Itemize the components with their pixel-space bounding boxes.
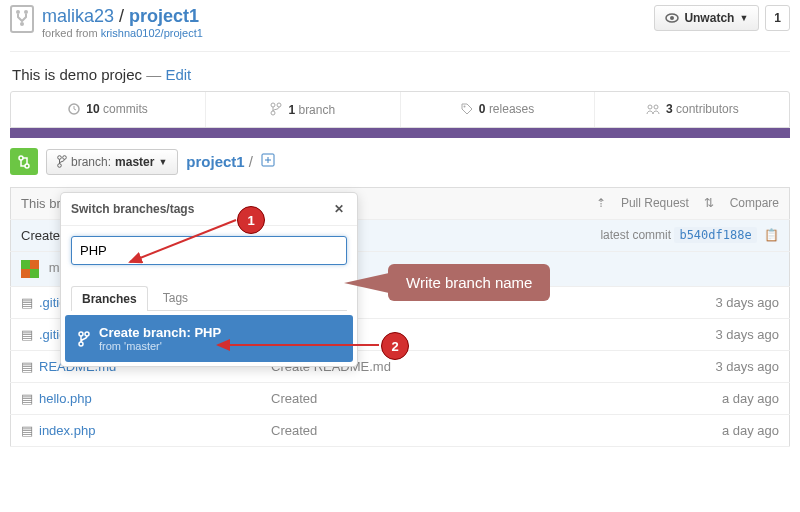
svg-point-19 xyxy=(79,332,83,336)
popover-title: Switch branches/tags xyxy=(71,202,194,216)
svg-point-14 xyxy=(25,164,29,168)
svg-point-7 xyxy=(271,103,275,107)
repo-title: malika23 / project1 xyxy=(42,5,203,27)
file-age: 3 days ago xyxy=(591,351,789,383)
svg-point-8 xyxy=(277,103,281,107)
contributors-stat[interactable]: 3 contributors xyxy=(595,92,789,127)
commits-stat[interactable]: 10 commits xyxy=(11,92,206,127)
svg-point-9 xyxy=(271,111,275,115)
watch-count[interactable]: 1 xyxy=(765,5,790,31)
branch-switcher-popover: Switch branches/tags ✕ Branches Tags Cre… xyxy=(60,192,358,367)
svg-point-1 xyxy=(16,10,20,14)
branch-search-input[interactable] xyxy=(71,236,347,265)
create-branch-button[interactable]: Create branch: PHP from 'master' xyxy=(65,315,353,362)
file-link[interactable]: hello.php xyxy=(39,391,92,406)
table-row: ▤hello.phpCreateda day ago xyxy=(11,383,790,415)
file-link[interactable]: index.php xyxy=(39,423,95,438)
file-icon: ▤ xyxy=(21,423,33,438)
fork-source-link[interactable]: krishna0102/project1 xyxy=(101,27,203,39)
file-age: a day ago xyxy=(591,383,789,415)
repo-stats-bar: 10 commits 1 branch 0 releases 3 contrib… xyxy=(10,91,790,128)
file-icon: ▤ xyxy=(21,295,33,310)
svg-point-15 xyxy=(58,156,62,160)
path-root-link[interactable]: project1 xyxy=(186,153,244,170)
branch-icon xyxy=(57,155,67,168)
commit-message[interactable]: Created xyxy=(261,383,591,415)
table-row: ▤index.phpCreateda day ago xyxy=(11,415,790,447)
releases-stat[interactable]: 0 releases xyxy=(401,92,596,127)
tab-branches[interactable]: Branches xyxy=(71,286,148,311)
file-age: a day ago xyxy=(591,415,789,447)
tag-icon xyxy=(461,103,473,115)
svg-point-16 xyxy=(63,156,67,160)
avatar[interactable] xyxy=(21,260,39,278)
file-age: 3 days ago xyxy=(591,319,789,351)
close-icon[interactable]: ✕ xyxy=(331,201,347,217)
eye-icon xyxy=(665,13,679,23)
branches-stat[interactable]: 1 branch xyxy=(206,92,401,127)
svg-point-20 xyxy=(85,332,89,336)
file-icon: ▤ xyxy=(21,391,33,406)
repo-fork-logo xyxy=(10,5,34,33)
edit-description-link[interactable]: Edit xyxy=(165,66,191,83)
svg-rect-0 xyxy=(11,6,33,32)
unwatch-button[interactable]: Unwatch ▼ xyxy=(654,5,759,31)
compare-button[interactable] xyxy=(10,148,38,175)
svg-point-12 xyxy=(654,105,658,109)
owner-link[interactable]: malika23 xyxy=(42,6,114,26)
svg-point-2 xyxy=(24,10,28,14)
svg-point-13 xyxy=(19,156,23,160)
compare-icon xyxy=(17,154,31,170)
svg-point-17 xyxy=(58,164,62,168)
create-file-button[interactable] xyxy=(261,153,275,170)
file-age: 3 days ago xyxy=(591,287,789,319)
commit-hash-link[interactable]: b540df188e xyxy=(674,227,756,243)
clipboard-icon[interactable]: 📋 xyxy=(764,228,779,242)
compare-link[interactable]: ⇅ Compare xyxy=(704,196,779,210)
caret-down-icon: ▼ xyxy=(158,157,167,167)
caret-down-icon: ▼ xyxy=(739,13,748,23)
branch-icon xyxy=(77,331,91,347)
svg-point-10 xyxy=(463,106,465,108)
people-icon xyxy=(646,103,660,115)
forked-from: forked from krishna0102/project1 xyxy=(42,27,203,39)
branch-select-button[interactable]: branch: master ▼ xyxy=(46,149,178,175)
svg-point-21 xyxy=(79,342,83,346)
language-bar xyxy=(10,128,790,138)
branch-icon xyxy=(270,102,282,116)
file-icon: ▤ xyxy=(21,327,33,342)
repo-link[interactable]: project1 xyxy=(129,6,199,26)
svg-point-11 xyxy=(648,105,652,109)
file-icon: ▤ xyxy=(21,359,33,374)
svg-point-5 xyxy=(670,16,674,20)
pull-request-button[interactable]: ⇡ Pull Request xyxy=(596,196,689,210)
commit-message[interactable]: Created xyxy=(261,415,591,447)
history-icon xyxy=(68,103,80,115)
tab-tags[interactable]: Tags xyxy=(152,285,199,310)
repo-description: This is demo projec — Edit xyxy=(10,52,790,91)
svg-point-3 xyxy=(20,22,24,26)
